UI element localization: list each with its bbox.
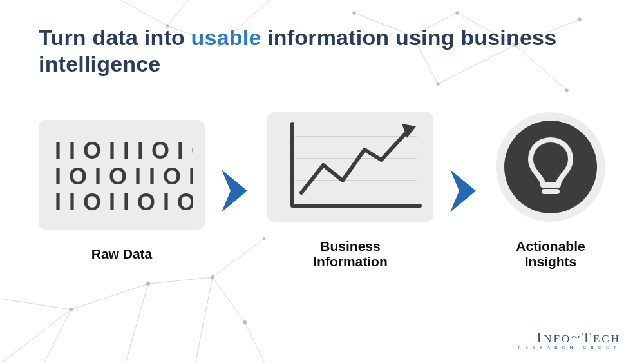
flow-arrow-icon bbox=[448, 167, 482, 215]
insights-circle bbox=[504, 121, 597, 213]
svg-line-0 bbox=[0, 297, 71, 309]
svg-point-11 bbox=[146, 282, 150, 286]
svg-line-3 bbox=[213, 277, 245, 322]
svg-text:I O I O I I O I O I: I O I O I I O I O I bbox=[55, 163, 193, 190]
step-business-information: Business Information bbox=[267, 112, 433, 270]
svg-line-1 bbox=[71, 284, 148, 309]
svg-point-10 bbox=[69, 308, 73, 311]
line-chart-icon bbox=[273, 119, 428, 215]
svg-text:I I O I I I O I O: I I O I I I O I O bbox=[55, 137, 193, 164]
infotech-logo: Info~Tech RESEARCH GROUP bbox=[514, 329, 621, 350]
headline-part1: Turn data into bbox=[39, 25, 191, 50]
step-label: Actionable Insights bbox=[516, 239, 585, 270]
logo-tilde-icon: ~ bbox=[571, 329, 582, 346]
insights-card bbox=[496, 112, 605, 222]
binary-code-icon: I I O I I I O I O I O I O I I O I O I I … bbox=[51, 133, 193, 217]
logo-text-2: Tech bbox=[582, 329, 621, 346]
svg-line-7 bbox=[193, 277, 213, 363]
headline: Turn data into usable information using … bbox=[39, 25, 605, 77]
headline-accent: usable bbox=[191, 25, 261, 50]
svg-point-12 bbox=[211, 275, 214, 279]
svg-line-5 bbox=[39, 309, 71, 363]
process-flow: I I O I I I O I O I O I O I I O I O I I … bbox=[39, 112, 605, 270]
step-label: Business Information bbox=[313, 239, 388, 270]
logo-text-1: Info bbox=[536, 329, 571, 346]
svg-point-13 bbox=[243, 320, 247, 324]
svg-line-2 bbox=[148, 277, 213, 284]
flow-arrow-icon bbox=[219, 167, 254, 215]
svg-line-9 bbox=[0, 309, 71, 363]
business-info-card bbox=[267, 112, 433, 222]
raw-data-card: I I O I I I O I O I O I O I I O I O I I … bbox=[39, 120, 205, 230]
step-actionable-insights: Actionable Insights bbox=[496, 112, 605, 270]
logo-subtext: RESEARCH GROUP bbox=[514, 345, 621, 350]
step-raw-data: I I O I I I O I O I O I O I I O I O I I … bbox=[39, 120, 205, 262]
svg-text:I I O I I O I O: I I O I I O I O bbox=[55, 189, 193, 215]
lightbulb-icon bbox=[526, 136, 576, 198]
step-label: Raw Data bbox=[91, 246, 153, 262]
svg-line-8 bbox=[245, 322, 270, 363]
svg-line-6 bbox=[122, 284, 148, 363]
